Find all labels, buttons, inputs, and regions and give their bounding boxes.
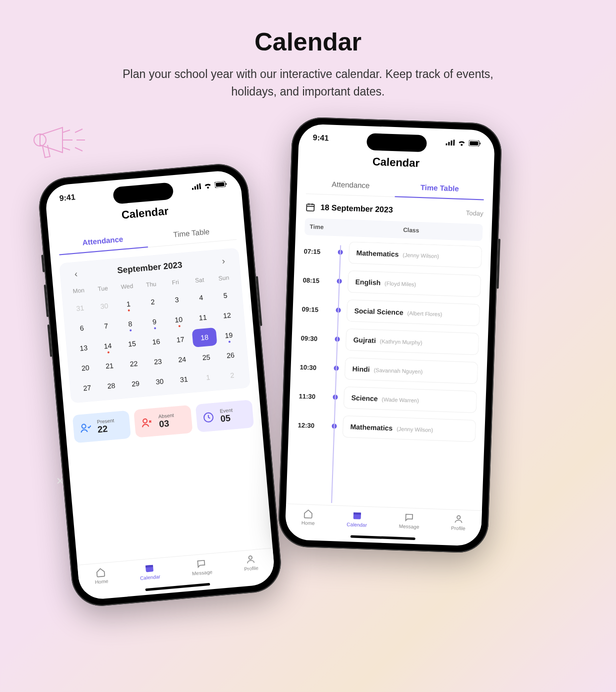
class-card[interactable]: English(Floyd Miles) [348, 270, 481, 297]
calendar-day[interactable]: 29 [122, 374, 148, 394]
calendar-day[interactable]: 13 [70, 338, 96, 358]
calendar-day[interactable]: 1 [195, 368, 221, 388]
home-icon [96, 567, 106, 578]
calendar-day[interactable]: 15 [119, 334, 145, 354]
nav-home[interactable]: Home [94, 567, 108, 585]
stats-row: Present22 Absent03 Event05 [72, 400, 254, 443]
class-card[interactable]: Mathematics(Jenny Wilson) [348, 242, 482, 268]
class-subject: Gujrati [353, 336, 376, 344]
svg-rect-6 [216, 182, 224, 186]
tab-attendance[interactable]: Attendance [306, 173, 396, 196]
svg-rect-3 [196, 184, 198, 190]
calendar-day[interactable]: 3 [164, 290, 190, 310]
calendar-day[interactable]: 22 [121, 354, 147, 374]
class-time: 09:30 [300, 334, 328, 342]
timetable-row[interactable]: 09:30Gujrati(Kathryn Murphy) [300, 327, 479, 355]
calendar-day[interactable]: 23 [145, 352, 171, 372]
calendar-day[interactable]: 10 [166, 310, 192, 330]
svg-rect-23 [354, 512, 361, 515]
class-time: 12:30 [298, 421, 326, 430]
nav-home[interactable]: Home [302, 508, 316, 526]
user-check-icon [78, 420, 93, 436]
calendar-dow: Sat [187, 272, 212, 288]
calendar-day[interactable]: 31 [171, 370, 197, 390]
calendar-day[interactable]: 26 [218, 345, 244, 365]
class-subject: Social Science [354, 306, 404, 316]
calendar-day[interactable]: 20 [72, 358, 98, 378]
class-teacher: (Floyd Miles) [384, 280, 416, 288]
calendar-day[interactable]: 9 [142, 312, 168, 332]
svg-point-13 [248, 556, 252, 560]
calendar-day[interactable]: 16 [144, 332, 170, 352]
nav-profile[interactable]: Profile [243, 554, 258, 572]
dynamic-island [366, 133, 427, 152]
timetable-row[interactable]: 07:15Mathematics(Jenny Wilson) [304, 240, 482, 268]
nav-calendar[interactable]: Calendar [346, 510, 368, 528]
timetable-row[interactable]: 08:15English(Floyd Miles) [302, 269, 481, 297]
calendar-day[interactable]: 14 [95, 336, 121, 356]
calendar-day[interactable]: 5 [212, 286, 238, 306]
timetable-row[interactable]: 09:15Social Science(Albert Flores) [302, 298, 480, 326]
calendar-day[interactable]: 27 [74, 378, 100, 398]
calendar-day[interactable]: 19 [216, 326, 242, 346]
screen-title: Calendar [298, 152, 494, 172]
nav-profile[interactable]: Profile [451, 514, 466, 532]
bottom-nav: Home Calendar Message Profile [285, 504, 482, 538]
tab-timetable[interactable]: Time Table [395, 176, 484, 200]
class-card[interactable]: Social Science(Albert Flores) [346, 300, 480, 326]
profile-icon [454, 514, 464, 524]
prev-month-button[interactable]: ‹ [68, 268, 84, 280]
user-x-icon [140, 415, 154, 430]
timetable-row[interactable]: 12:30Mathematics(Jenny Wilson) [298, 414, 476, 442]
home-indicator[interactable] [350, 535, 416, 540]
calendar-day[interactable]: 6 [69, 318, 95, 338]
calendar-day[interactable]: 8 [118, 314, 144, 334]
clock-icon [201, 410, 216, 425]
timetable-row[interactable]: 10:30Hindi(Savannah Nguyen) [300, 356, 478, 384]
calendar-dow: Wed [114, 279, 140, 294]
calendar-day[interactable]: 30 [92, 296, 118, 316]
calendar-day[interactable]: 25 [194, 348, 220, 368]
col-class: Class [340, 219, 483, 241]
class-teacher: (Albert Flores) [407, 310, 442, 317]
class-subject: Hindi [352, 364, 370, 373]
calendar-day[interactable]: 1 [116, 294, 142, 314]
timetable-row[interactable]: 11:30Science(Wade Warren) [298, 385, 477, 413]
timetable-body[interactable]: 07:15Mathematics(Jenny Wilson)08:15Engli… [295, 240, 482, 508]
calendar-day[interactable]: 2 [140, 292, 166, 312]
calendar-day[interactable]: 2 [220, 365, 246, 385]
tab-timetable[interactable]: Time Table [146, 219, 236, 247]
calendar-day[interactable]: 31 [68, 298, 94, 318]
class-teacher: (Kathryn Murphy) [380, 338, 422, 346]
nav-message[interactable]: Message [399, 512, 420, 530]
phone-right: 9:41 Calendar Attendance Time Table 18 S… [278, 116, 502, 554]
stat-absent[interactable]: Absent03 [134, 405, 192, 438]
stat-event[interactable]: Event05 [195, 400, 254, 432]
calendar-day[interactable]: 12 [214, 306, 240, 326]
class-card[interactable]: Gujrati(Kathryn Murphy) [346, 328, 479, 355]
calendar-day[interactable]: 18 [192, 328, 218, 348]
nav-calendar[interactable]: Calendar [139, 562, 160, 581]
class-card[interactable]: Hindi(Savannah Nguyen) [344, 358, 478, 384]
class-time: 11:30 [298, 392, 326, 400]
calendar-day[interactable]: 21 [96, 356, 122, 376]
calendar-day[interactable]: 11 [190, 308, 216, 328]
calendar-day[interactable]: 28 [98, 376, 124, 396]
calendar-day[interactable]: 24 [170, 350, 196, 370]
calendar-day[interactable]: 30 [147, 372, 173, 392]
today-button[interactable]: Today [466, 209, 484, 217]
calendar-day[interactable]: 17 [168, 330, 194, 350]
calendar-day[interactable]: 7 [93, 316, 119, 336]
class-teacher: (Wade Warren) [382, 396, 419, 404]
calendar-day[interactable]: 4 [188, 288, 214, 308]
stat-present[interactable]: Present22 [72, 410, 132, 444]
class-time: 09:15 [302, 305, 330, 314]
next-month-button[interactable]: › [216, 256, 231, 267]
class-card[interactable]: Science(Wade Warren) [344, 386, 477, 413]
nav-message[interactable]: Message [191, 558, 212, 576]
svg-point-8 [82, 424, 86, 428]
tab-attendance[interactable]: Attendance [58, 226, 148, 254]
class-subject: Mathematics [356, 249, 398, 258]
stat-value: 22 [97, 423, 115, 435]
class-card[interactable]: Mathematics(Jenny Wilson) [342, 416, 476, 442]
